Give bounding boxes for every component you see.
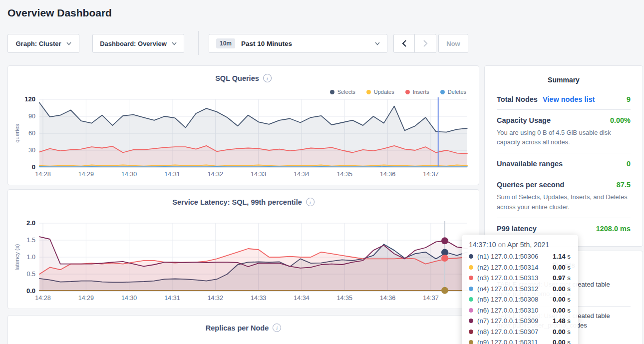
tooltip-node-label: (n5) 127.0.0.1:50308 (477, 296, 553, 303)
tooltip-node-value: 0.00 s (553, 328, 571, 336)
series-color-dot (469, 308, 473, 313)
time-range-label: Past 10 Minutes (241, 40, 292, 47)
legend-item-inserts: Inserts (405, 89, 429, 95)
stat-value: 0.00% (610, 116, 631, 124)
stat-label: Capacity Usage (497, 116, 551, 124)
y-axis-tick: 30 (28, 147, 35, 154)
summary-stat-unavailable-ranges: Unavailable ranges0 (497, 153, 631, 174)
tooltip-row-n2: (n2) 127.0.0.1:503140.00 s (469, 262, 571, 273)
summary-stat-total-nodes: Total NodesView nodes list9 (497, 89, 631, 110)
tooltip-row-n9: (n9) 127.0.0.1:503110.00 s (469, 337, 571, 344)
x-axis-tick: 14:31 (164, 295, 180, 302)
tooltip-node-label: (n2) 127.0.0.1:50314 (477, 264, 553, 271)
tooltip-node-label: (n1) 127.0.0.1:50306 (477, 253, 553, 260)
tooltip-node-value: 0.00 s (553, 264, 571, 271)
sql-queries-title: SQL Queries (215, 74, 259, 82)
tooltip-node-value: 0.00 s (553, 296, 571, 303)
tooltip-node-value: 1.14 s (553, 253, 571, 260)
service-latency-card: Service Latency: SQL, 99th percentile i … (7, 189, 479, 309)
tooltip-node-value: 0.00 s (553, 339, 571, 344)
tooltip-row-n7: (n7) 127.0.0.1:503091.48 s (469, 316, 571, 327)
y-axis-tick: 120 (24, 96, 35, 103)
series-color-dot (469, 330, 473, 334)
stat-value: 87.5 (617, 181, 631, 189)
series-color-dot (469, 340, 473, 344)
x-axis-tick: 14:36 (380, 295, 395, 302)
y-axis-tick: 0.5 (27, 271, 35, 278)
service-latency-chart[interactable]: 14:2814:2914:3014:3114:3214:3314:3414:35… (8, 220, 480, 306)
stat-label: P99 latency (497, 225, 537, 233)
legend-dot (366, 90, 371, 94)
hover-marker-n9 (441, 287, 448, 294)
x-axis-tick: 14:30 (121, 295, 137, 302)
series-color-dot (469, 276, 473, 280)
tooltip-node-label: (n3) 127.0.0.1:50313 (477, 274, 553, 282)
info-icon[interactable]: i (306, 198, 315, 206)
sql-queries-chart[interactable]: 14:2814:2914:3014:3114:3214:3314:3414:35… (8, 96, 480, 182)
info-icon[interactable]: i (263, 74, 272, 82)
tooltip-node-value: 0.97 s (553, 274, 571, 282)
chevron-down-icon (66, 42, 71, 45)
chevron-down-icon (375, 42, 380, 45)
x-axis-tick: 14:35 (337, 171, 352, 178)
x-axis-tick: 14:37 (423, 295, 438, 302)
stat-description: You are using 0 B of 4.5 GiB usable disk… (497, 128, 631, 147)
x-axis-tick: 14:33 (251, 295, 266, 302)
stat-value: 1208.0 ms (596, 225, 631, 233)
now-button[interactable]: Now (438, 34, 468, 53)
time-range-badge: 10m (216, 38, 235, 48)
x-axis-tick: 14:37 (423, 171, 438, 178)
chart-hover-tooltip: 14:37:10 on Apr 5th, 2021 (n1) 127.0.0.1… (462, 235, 578, 344)
y-axis-tick: 90 (28, 113, 35, 120)
tooltip-row-n6: (n6) 127.0.0.1:503100.00 s (469, 305, 571, 316)
y-axis-tick: 2.0 (26, 220, 35, 227)
x-axis-tick: 14:28 (35, 295, 50, 302)
series-color-dot (469, 297, 473, 302)
x-axis-tick: 14:32 (208, 295, 223, 302)
y-axis-tick: 0 (32, 163, 35, 171)
tooltip-node-label: (n9) 127.0.0.1:50311 (477, 339, 553, 344)
tooltip-node-value: 0.00 s (553, 307, 571, 314)
time-range-dropdown[interactable]: 10m Past 10 Minutes (209, 34, 387, 53)
chevron-left-icon (401, 39, 407, 47)
chevron-down-icon (172, 42, 177, 45)
time-forward-button[interactable] (415, 34, 436, 53)
y-axis-tick: 1.0 (27, 254, 35, 261)
stat-label: Queries per second (497, 181, 564, 189)
sql-queries-legend: SelectsUpdatesInsertsDeletes (330, 89, 466, 95)
tooltip-row-n1: (n1) 127.0.0.1:503061.14 s (469, 251, 571, 262)
legend-item-updates: Updates (366, 89, 394, 95)
tooltip-row-n8: (n8) 127.0.0.1:503070.00 s (469, 327, 571, 338)
sql-queries-card: SQL Queries i SelectsUpdatesInsertsDelet… (7, 65, 479, 185)
info-icon[interactable]: i (273, 324, 281, 332)
dashboard-dropdown[interactable]: Dashboard: Overview (92, 34, 184, 53)
graph-dropdown[interactable]: Graph: Cluster (7, 34, 79, 53)
tooltip-node-label: (n4) 127.0.0.1:50312 (477, 285, 553, 293)
legend-item-selects: Selects (330, 89, 355, 95)
time-back-button[interactable] (393, 34, 415, 53)
summary-stat-queries-per-second: Queries per second87.5Sum of Selects, Up… (497, 174, 631, 218)
stat-value: 9 (627, 95, 631, 103)
y-axis-tick: 1.5 (27, 237, 35, 244)
page-title: Overview Dashboard (7, 7, 112, 19)
x-axis-tick: 14:34 (294, 295, 309, 302)
y-axis-tick: 0.0 (26, 287, 35, 295)
view-nodes-list-link[interactable]: View nodes list (543, 95, 595, 103)
tooltip-node-value: 0.00 s (553, 285, 571, 293)
y-axis-tick: 60 (28, 130, 35, 137)
service-latency-title: Service Latency: SQL, 99th percentile (172, 198, 302, 206)
tooltip-row-n5: (n5) 127.0.0.1:503080.00 s (469, 294, 571, 305)
legend-dot (405, 90, 410, 94)
stat-label: Total Nodes (497, 95, 538, 103)
summary-panel: Summary Total NodesView nodes list9Capac… (484, 65, 643, 247)
y-axis-label: queries (14, 124, 20, 143)
legend-dot (440, 90, 445, 94)
tooltip-node-label: (n8) 127.0.0.1:50307 (477, 328, 553, 336)
x-axis-tick: 14:29 (78, 171, 94, 178)
x-axis-tick: 14:31 (164, 171, 180, 178)
x-axis-tick: 14:30 (121, 171, 137, 178)
stat-value: 0 (627, 160, 631, 168)
y-axis-label: latency (s) (14, 244, 20, 270)
legend-item-deletes: Deletes (440, 89, 466, 95)
hover-marker-n7 (441, 237, 448, 244)
